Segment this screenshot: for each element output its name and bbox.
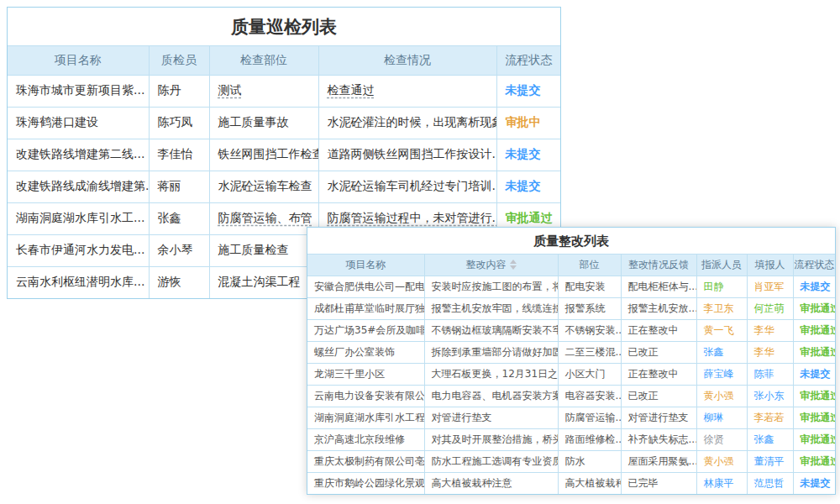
column-header: 流程状态	[496, 46, 560, 75]
rectify-feedback: 正在整改中	[621, 319, 696, 341]
column-header: 部位	[558, 255, 621, 276]
column-header: 流程状态	[793, 255, 835, 276]
project-name-link[interactable]: 珠海市城市更新项目紫...	[8, 75, 149, 107]
project-name-link[interactable]: 螺丝厂办公室装饰	[307, 341, 424, 363]
inspection-part: 测试	[209, 75, 318, 107]
column-header-label: 项目名称	[55, 53, 102, 66]
column-header: 检查部位	[209, 46, 318, 75]
assignee-name: 黄一飞	[696, 319, 747, 341]
column-header-label: 项目名称	[345, 259, 386, 270]
assignee-name: 薛宝峰	[696, 363, 747, 385]
rectification-table-body: 安徽合肥供电公司—配电设备...安装时应按施工图的布置，将...配电安装配电柜柜…	[307, 276, 835, 494]
status-badge: 审批通过	[793, 407, 835, 428]
project-name-link[interactable]: 重庆市鹅岭公园绿化景观提升...	[307, 472, 424, 494]
rectification-row: 龙湖三千里小区大理石板更换，12月31日之...小区大门正在整改中薛宝峰陈菲未提…	[307, 363, 835, 385]
project-name-link[interactable]: 湖南洞庭湖水库引水工程施工I标	[307, 407, 424, 428]
project-name-link[interactable]: 长春市伊通河水力发电...	[8, 234, 149, 266]
rectify-feedback: 对管进行垫支	[621, 407, 696, 428]
assignee-name: 柳琳	[696, 407, 747, 428]
inspection-detail: 水泥砼灌注的时候，出现离析现象	[318, 107, 496, 139]
rectification-row: 京沪高速北京段维修对其及时开展整治措施，桥头...路面维修检...补齐缺失标志.…	[307, 428, 835, 450]
project-name-link[interactable]: 珠海鹤港口建设	[8, 107, 149, 139]
project-name-link[interactable]: 成都杜甫草堂临时展厅独立展...	[307, 297, 424, 319]
rectify-part: 防腐管运输...	[558, 407, 621, 428]
rectify-part: 小区大门	[558, 363, 621, 385]
status-badge: 未提交	[793, 472, 835, 494]
inspection-header-row: 项目名称质检员检查部位检查情况流程状态	[8, 46, 560, 75]
rectification-row: 成都杜甫草堂临时展厅独立展...报警主机安放牢固，线缆连接...报警系统报警主机…	[307, 297, 835, 319]
reporter-name: 董清平	[747, 450, 793, 472]
inspection-part: 水泥砼运输车检查	[209, 171, 318, 202]
rectify-feedback: 已改正	[621, 385, 696, 407]
project-name-link[interactable]: 改建铁路线成渝线增建第...	[8, 171, 149, 202]
column-header: 填报人	[747, 255, 793, 276]
project-name-link[interactable]: 龙湖三千里小区	[307, 363, 424, 385]
inspection-part: 铁丝网围挡工作检查	[209, 139, 318, 171]
column-header: 项目名称	[307, 255, 424, 276]
rectify-content: 拆除到承重墙部分请做好加固...	[424, 341, 558, 363]
inspection-row: 改建铁路线成渝线增建第...蒋丽水泥砼运输车检查水泥砼运输车司机经过专门培训..…	[8, 171, 560, 202]
status-badge: 未提交	[496, 75, 560, 107]
sort-icon[interactable]	[510, 260, 517, 270]
assignee-name: 黄小强	[696, 450, 747, 472]
status-badge: 审批通过	[793, 297, 835, 319]
inspection-part: 防腐管运输、布管	[209, 202, 318, 234]
rectification-table: 项目名称整改内容部位整改情况反馈指派人员填报人流程状态 安徽合肥供电公司—配电设…	[307, 255, 835, 494]
status-badge: 审批通过	[793, 385, 835, 407]
status-badge: 审批通过	[793, 450, 835, 472]
inspection-table-title: 质量巡检列表	[8, 8, 560, 46]
rectification-table-title: 质量整改列表	[307, 228, 835, 255]
inspection-row: 改建铁路线增建第二线...李佳怡铁丝网围挡工作检查道路两侧铁丝网围挡工作按设计.…	[8, 139, 560, 171]
column-header-label: 整改情况反馈	[628, 259, 689, 270]
reporter-name: 李华	[747, 319, 793, 341]
column-header: 质检员	[149, 46, 209, 75]
column-header-label: 指派人员	[701, 259, 742, 270]
inspection-part: 施工质量检查	[209, 234, 318, 266]
assignee-name: 黄小强	[696, 385, 747, 407]
column-header-label: 检查部位	[240, 53, 287, 66]
reporter-name: 何芷萌	[747, 297, 793, 319]
rectification-row: 湖南洞庭湖水库引水工程施工I标对管进行垫支防腐管运输...对管进行垫支柳琳李若若…	[307, 407, 835, 428]
column-header-label: 质检员	[161, 53, 197, 66]
rectify-part: 二至三楼混...	[558, 341, 621, 363]
rectify-feedback: 正在整改中	[621, 363, 696, 385]
column-header: 项目名称	[8, 46, 149, 75]
reporter-name: 肖亚军	[747, 276, 793, 297]
reporter-name: 张小东	[747, 385, 793, 407]
quality-rectification-panel: 质量整改列表 项目名称整改内容部位整改情况反馈指派人员填报人流程状态 安徽合肥供…	[307, 227, 836, 495]
status-badge: 未提交	[496, 171, 560, 202]
status-badge: 审批通过	[793, 428, 835, 450]
rectify-feedback: 已完毕	[621, 472, 696, 494]
rectification-row: 重庆太极制药有限公司亳州中...防水工程施工选调有专业资质...防水屋面采用聚氨…	[307, 450, 835, 472]
reporter-name: 范思哲	[747, 472, 793, 494]
status-badge: 未提交	[793, 363, 835, 385]
rectify-part: 配电安装	[558, 276, 621, 297]
rectify-part: 路面维修检...	[558, 428, 621, 450]
project-name-link[interactable]: 云南水利枢纽潜明水库...	[8, 266, 149, 298]
rectify-content: 高大植被栽种注意	[424, 472, 558, 494]
project-name-link[interactable]: 云南电力设备安装有限公司20...	[307, 385, 424, 407]
status-badge: 审批中	[496, 107, 560, 139]
rectify-content: 大理石板更换，12月31日之...	[424, 363, 558, 385]
rectify-content: 防水工程施工选调有专业资质...	[424, 450, 558, 472]
project-name-link[interactable]: 重庆太极制药有限公司亳州中...	[307, 450, 424, 472]
project-name-link[interactable]: 京沪高速北京段维修	[307, 428, 424, 450]
project-name-link[interactable]: 湖南洞庭湖水库引水工...	[8, 202, 149, 234]
inspection-row: 珠海市城市更新项目紫...陈丹测试检查通过未提交	[8, 75, 560, 107]
project-name-link[interactable]: 万达广场35#会所及咖啡厅空...	[307, 319, 424, 341]
assignee-name: 林康平	[696, 472, 747, 494]
inspection-part: 施工质量事故	[209, 107, 318, 139]
rectify-content: 电力电容器、电机器安装方案...	[424, 385, 558, 407]
inspector-name: 游恢	[149, 266, 209, 298]
inspection-row: 珠海鹤港口建设陈巧凤施工质量事故水泥砼灌注的时候，出现离析现象审批中	[8, 107, 560, 139]
inspection-detail: 道路两侧铁丝网围挡工作按设计...	[318, 139, 496, 171]
status-badge: 审批通过	[793, 319, 835, 341]
column-header[interactable]: 整改内容	[424, 255, 558, 276]
rectify-feedback: 报警主机安放...	[621, 297, 696, 319]
status-badge: 审批通过	[793, 341, 835, 363]
project-name-link[interactable]: 改建铁路线增建第二线...	[8, 139, 149, 171]
inspector-name: 余小琴	[149, 234, 209, 266]
project-name-link[interactable]: 安徽合肥供电公司—配电设备...	[307, 276, 424, 297]
rectify-part: 高大植被栽种	[558, 472, 621, 494]
rectify-part: 电容器安装...	[558, 385, 621, 407]
